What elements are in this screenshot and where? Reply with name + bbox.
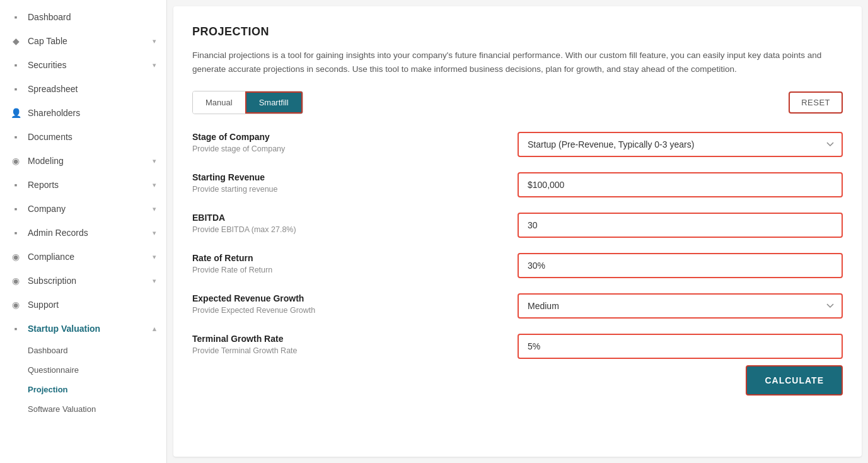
securities-icon: ▪ [10, 59, 21, 71]
modeling-icon: ◉ [10, 155, 21, 167]
sidebar-item-cap-table[interactable]: ◆ Cap Table ▾ [0, 29, 166, 53]
spreadsheet-icon: ▪ [10, 83, 21, 95]
tab-manual[interactable]: Manual [193, 91, 245, 114]
field-sublabel-stage: Provide stage of Company [192, 144, 507, 153]
shareholders-icon: 👤 [10, 107, 21, 119]
rate-of-return-input[interactable] [518, 253, 843, 278]
field-label-col-stage: Stage of Company Provide stage of Compan… [192, 132, 507, 153]
field-label-revenue: Starting Revenue [192, 172, 507, 182]
sv-software-valuation-label: Software Valuation [28, 404, 96, 414]
form-grid: Stage of Company Provide stage of Compan… [192, 132, 843, 359]
chevron-down-icon: ▾ [153, 37, 156, 45]
sidebar-label-admin-records: Admin Records [28, 228, 88, 238]
field-label-stage: Stage of Company [192, 132, 507, 142]
compliance-icon: ◉ [10, 251, 21, 262]
field-label-terminal: Terminal Growth Rate [192, 334, 507, 344]
field-label-rate: Rate of Return [192, 253, 507, 263]
documents-icon: ▪ [10, 131, 21, 143]
chevron-up-icon: ▴ [153, 325, 156, 333]
stage-select[interactable]: Startup (Pre-Revenue, Typically 0-3 year… [518, 132, 843, 157]
page-title: PROJECTION [192, 25, 843, 38]
sv-dashboard-label: Dashboard [28, 346, 68, 355]
form-row-stage: Stage of Company Provide stage of Compan… [192, 132, 843, 157]
chevron-down-icon: ▾ [153, 277, 156, 285]
sidebar-item-company[interactable]: ▪ Company ▾ [0, 197, 166, 221]
field-sublabel-ebitda: Provide EBITDA (max 27.8%) [192, 225, 507, 234]
reset-button[interactable]: RESET [789, 91, 843, 114]
chevron-down-icon: ▾ [153, 61, 156, 69]
support-icon: ◉ [10, 299, 21, 310]
sidebar-item-startup-valuation[interactable]: ▪ Startup Valuation ▴ [0, 317, 166, 341]
field-label-ebitda: EBITDA [192, 213, 507, 223]
field-input-col-growth: Low Medium High [518, 293, 843, 319]
form-row-ebitda: EBITDA Provide EBITDA (max 27.8%) [192, 213, 843, 238]
sidebar-label-subscription: Subscription [28, 276, 76, 286]
field-input-col-revenue [518, 172, 843, 197]
field-label-col-rate: Rate of Return Provide Rate of Return [192, 253, 507, 274]
form-row-revenue: Starting Revenue Provide starting revenu… [192, 172, 843, 197]
revenue-growth-select[interactable]: Low Medium High [518, 293, 843, 319]
sidebar-item-securities[interactable]: ▪ Securities ▾ [0, 53, 166, 77]
main-content: PROJECTION Financial projections is a to… [173, 6, 862, 457]
sidebar-label-cap-table: Cap Table [28, 36, 67, 46]
sidebar: ▪ Dashboard ◆ Cap Table ▾ ▪ Securities ▾… [0, 0, 167, 463]
sidebar-item-support[interactable]: ◉ Support [0, 293, 166, 317]
tab-row: Manual Smartfill RESET [192, 91, 843, 114]
sidebar-label-reports: Reports [28, 180, 59, 190]
sidebar-label-spreadsheet: Spreadsheet [28, 84, 78, 94]
reports-icon: ▪ [10, 179, 21, 190]
field-sublabel-rate: Provide Rate of Return [192, 266, 507, 274]
sidebar-item-reports[interactable]: ▪ Reports ▾ [0, 173, 166, 197]
cap-table-icon: ◆ [10, 35, 21, 47]
form-row-rate-of-return: Rate of Return Provide Rate of Return [192, 253, 843, 278]
sidebar-label-documents: Documents [28, 132, 72, 142]
sidebar-label-company: Company [28, 204, 66, 214]
sidebar-nav: ▪ Dashboard ◆ Cap Table ▾ ▪ Securities ▾… [0, 0, 166, 463]
field-label-col-terminal: Terminal Growth Rate Provide Terminal Gr… [192, 334, 507, 355]
page-description: Financial projections is a tool for gain… [192, 49, 835, 76]
chevron-down-icon: ▾ [153, 253, 156, 261]
chevron-down-icon: ▾ [153, 181, 156, 189]
field-label-col-revenue: Starting Revenue Provide starting revenu… [192, 172, 507, 194]
field-sublabel-growth: Provide Expected Revenue Growth [192, 306, 507, 315]
chevron-down-icon: ▾ [153, 229, 156, 237]
ebitda-input[interactable] [518, 213, 843, 238]
sidebar-label-startup-valuation: Startup Valuation [28, 324, 100, 334]
sv-questionnaire-label: Questionnaire [28, 365, 79, 375]
subscription-icon: ◉ [10, 275, 21, 286]
sidebar-label-support: Support [28, 300, 59, 310]
field-input-col-rate [518, 253, 843, 278]
sidebar-label-shareholders: Shareholders [28, 108, 80, 118]
starting-revenue-input[interactable] [518, 172, 843, 197]
form-row-terminal-growth: Terminal Growth Rate Provide Terminal Gr… [192, 334, 843, 359]
sidebar-subitem-sv-projection[interactable]: Projection [0, 380, 166, 399]
field-input-col-terminal [518, 334, 843, 359]
tab-smartfill[interactable]: Smartfill [245, 91, 303, 114]
admin-records-icon: ▪ [10, 227, 21, 238]
sidebar-subitem-sv-software-valuation[interactable]: Software Valuation [0, 399, 166, 419]
tab-group: Manual Smartfill [192, 91, 303, 114]
startup-valuation-icon: ▪ [10, 323, 21, 334]
sidebar-item-modeling[interactable]: ◉ Modeling ▾ [0, 149, 166, 173]
sidebar-label-dashboard: Dashboard [28, 12, 71, 22]
sidebar-item-documents[interactable]: ▪ Documents [0, 125, 166, 149]
field-sublabel-terminal: Provide Terminal Growth Rate [192, 346, 507, 355]
sidebar-item-compliance[interactable]: ◉ Compliance ▾ [0, 245, 166, 269]
company-icon: ▪ [10, 203, 21, 214]
field-input-col-stage: Startup (Pre-Revenue, Typically 0-3 year… [518, 132, 843, 157]
sidebar-label-securities: Securities [28, 60, 66, 70]
sidebar-item-dashboard[interactable]: ▪ Dashboard [0, 5, 166, 29]
sidebar-subitem-sv-questionnaire[interactable]: Questionnaire [0, 360, 166, 380]
field-label-col-ebitda: EBITDA Provide EBITDA (max 27.8%) [192, 213, 507, 234]
sidebar-item-spreadsheet[interactable]: ▪ Spreadsheet [0, 77, 166, 101]
calculate-button[interactable]: CALCULATE [746, 365, 843, 396]
sidebar-subitem-sv-dashboard[interactable]: Dashboard [0, 341, 166, 360]
sidebar-item-shareholders[interactable]: 👤 Shareholders [0, 101, 166, 125]
sidebar-item-admin-records[interactable]: ▪ Admin Records ▾ [0, 221, 166, 245]
chevron-down-icon: ▾ [153, 157, 156, 165]
field-label-growth: Expected Revenue Growth [192, 293, 507, 303]
sidebar-item-subscription[interactable]: ◉ Subscription ▾ [0, 269, 166, 293]
field-sublabel-revenue: Provide starting revenue [192, 185, 507, 194]
form-row-revenue-growth: Expected Revenue Growth Provide Expected… [192, 293, 843, 319]
terminal-growth-input[interactable] [518, 334, 843, 359]
